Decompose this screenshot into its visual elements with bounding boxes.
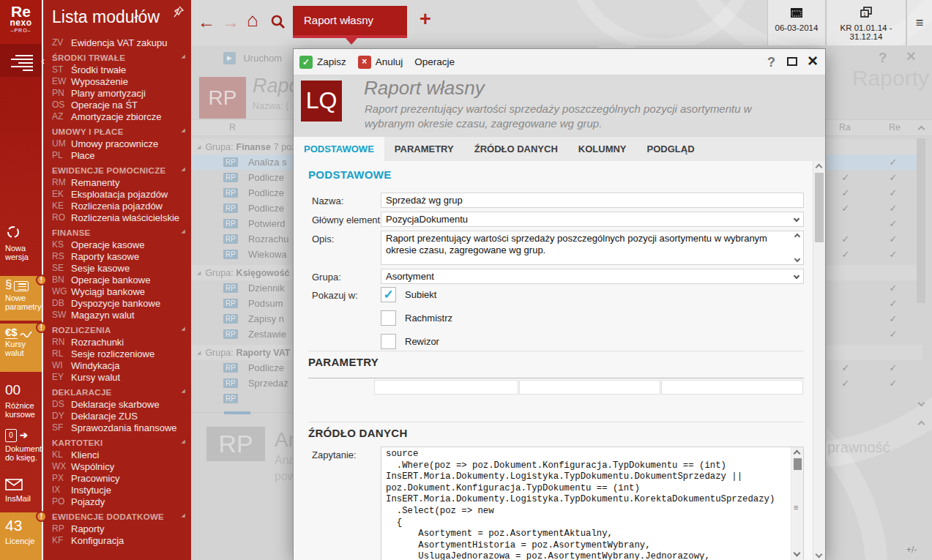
module-item[interactable]: DY Deklaracje ZUS (43, 410, 191, 422)
dialog-tab[interactable]: PODGLĄD (637, 137, 705, 161)
shortcut-nowa-wersja[interactable]: Nowa wersja (0, 220, 42, 271)
module-item[interactable]: KL Klienci (43, 449, 191, 460)
shortcut-licencje[interactable]: ! 43 Licencje (0, 512, 42, 560)
splitter[interactable] (191, 412, 293, 413)
group-expand-icon[interactable]: ◢ (197, 270, 201, 276)
module-item[interactable]: EWIDENCJE POMOCNICZE (43, 165, 191, 176)
module-item[interactable]: WI Windykacja (43, 359, 191, 371)
scroll-up-icon[interactable] (794, 234, 800, 239)
report-row-checks[interactable]: ✓ ✓ (826, 247, 922, 262)
checkbox[interactable] (381, 310, 396, 326)
module-item[interactable]: PL Płace (43, 149, 191, 161)
report-row-checks[interactable]: ✓ ✓ (826, 376, 922, 391)
save-button[interactable]: ✓ Zapisz (299, 56, 346, 69)
module-item[interactable]: EW Wyposażenie (43, 75, 191, 87)
parametry-identyfikator-input[interactable] (374, 380, 518, 395)
operations-menu[interactable]: Operacje (414, 56, 455, 67)
module-item[interactable]: BN Operacje bankowe (43, 274, 191, 285)
report-row[interactable]: ◢ RP Analiza s (191, 154, 293, 170)
new-tab-button[interactable]: + (420, 10, 431, 29)
dialog-tab[interactable]: PARAMETRY (384, 137, 464, 161)
report-row[interactable]: ◢ RP Podlicze (191, 170, 293, 185)
module-item[interactable]: EY Kursy walut (43, 371, 191, 383)
module-item[interactable]: RO Rozliczenia właścicielskie (43, 212, 191, 223)
report-row-checks[interactable]: ✓ ✓ (826, 231, 922, 247)
module-item[interactable]: DS Deklaracje skarbowe (43, 398, 191, 410)
scroll-down-icon[interactable] (794, 550, 801, 557)
dialog-close-button[interactable]: × (808, 51, 818, 71)
report-row-checks[interactable]: ✓ (826, 280, 922, 296)
report-row[interactable]: ◢ RP Podlicze (191, 201, 293, 216)
code-scrollbar[interactable]: ≡ (791, 447, 803, 560)
report-row-checks[interactable]: ✓ ✓ (826, 170, 922, 185)
module-item[interactable]: KS Operacje kasowe (43, 239, 191, 250)
module-item[interactable]: IX Instytucje (43, 484, 191, 496)
shortcut-insmail[interactable]: InsMail (0, 474, 42, 508)
module-item[interactable]: FINANSE (43, 227, 191, 239)
module-item[interactable]: ŚRODKI TRWAŁE (43, 52, 191, 64)
module-item[interactable]: DB Dyspozycje bankowe (43, 297, 191, 309)
scroll-down-icon[interactable] (794, 256, 800, 262)
module-item[interactable]: WX Wspólnicy (43, 460, 191, 472)
column-ra[interactable]: Ra (839, 122, 851, 132)
report-row-checks[interactable]: ✓ ✓ (826, 201, 922, 216)
module-item[interactable]: ZV Ewidencja VAT zakupu (43, 37, 191, 48)
report-row-checks[interactable] (826, 391, 922, 406)
glowny-element-select[interactable]: PozycjaDokumentu (381, 212, 804, 227)
report-row[interactable]: ◢ RP Zapisy n (191, 311, 293, 326)
report-row[interactable]: ◢ RP Wiekowa (191, 247, 293, 262)
dialog-scrollbar-thumb[interactable] (815, 173, 824, 242)
module-list-toggle[interactable]: ‹ (0, 44, 42, 77)
module-item[interactable]: PN Plany amortyzacji (43, 87, 191, 99)
module-item[interactable]: RS Raporty kasowe (43, 250, 191, 262)
report-row-checks[interactable]: ✓ (826, 326, 922, 342)
report-row[interactable]: ◢ Grupa: Księgowość 4 (191, 265, 293, 280)
report-row[interactable]: ◢ Grupa: Finanse 7 poz (191, 139, 293, 154)
search-button[interactable] (270, 14, 286, 34)
scroll-up-icon[interactable] (918, 126, 925, 133)
pin-icon[interactable] (174, 6, 184, 18)
module-item[interactable]: SE Sesje kasowe (43, 262, 191, 274)
report-row-checks[interactable]: ✓ (826, 296, 922, 311)
column-r[interactable]: R (229, 122, 236, 132)
report-row[interactable]: ◢ RP (191, 391, 293, 406)
background-help-icon[interactable]: ? (879, 50, 887, 66)
report-row[interactable]: ◢ RP Dziennik (191, 280, 293, 296)
module-item[interactable]: EK Eksploatacja pojazdów (43, 188, 191, 200)
main-menu-button[interactable]: ≡ (906, 0, 932, 45)
module-item[interactable]: SF Sprawozdania finansowe (43, 422, 191, 433)
report-row-checks[interactable]: ✓ ✓ (826, 360, 922, 376)
scroll-down-icon[interactable] (816, 551, 823, 559)
report-row[interactable]: ◢ RP Podlicze (191, 360, 293, 376)
grupa-select[interactable]: Asortyment (381, 269, 804, 284)
splitter-handle[interactable] (224, 411, 250, 414)
module-item[interactable]: SW Magazyn walut (43, 309, 191, 321)
module-item[interactable]: RN Rozrachunki (43, 336, 191, 348)
module-item[interactable]: RL Sesje rozliczeniowe (43, 348, 191, 359)
parametry-nazwa-input[interactable] (519, 380, 660, 395)
dialog-scrollbar[interactable] (813, 161, 825, 560)
checkbox[interactable]: ✓ (381, 287, 396, 302)
report-row[interactable]: ◢ RP Zestawie (191, 326, 293, 342)
report-row[interactable]: ◢ RP Sprzedaż (191, 376, 293, 391)
back-button[interactable]: ← (198, 12, 215, 31)
report-row-checks[interactable]: ✓ ✓ (826, 185, 922, 201)
module-item[interactable]: ROZLICZENIA (43, 324, 191, 336)
shortcut-kursy-walut[interactable]: ! €$ Kursy walut (0, 322, 42, 372)
plus-minus-control[interactable]: +/- (906, 545, 917, 555)
report-row-checks[interactable]: ✓ (826, 154, 922, 170)
dialog-tab[interactable]: PODSTAWOWE (294, 137, 384, 161)
code-scrollbar-thumb[interactable] (794, 458, 802, 470)
report-row-checks[interactable] (826, 345, 922, 360)
module-item[interactable]: EWIDENCJE DODATKOWE (43, 511, 191, 523)
module-item[interactable]: WG Wyciągi bankowe (43, 285, 191, 297)
module-item[interactable]: RP Raporty (43, 523, 191, 534)
module-item[interactable]: DEKLARACJE (43, 387, 191, 398)
report-row[interactable]: ◢ Grupa: Raporty VAT 9 (191, 345, 293, 360)
bottom-scroll-up-icon[interactable] (918, 421, 925, 428)
report-row[interactable]: ◢ RP Potwierd (191, 216, 293, 231)
shortcut-dokument-do-ksieg[interactable]: 0➔ Dokument do księg. (0, 425, 42, 467)
report-row[interactable]: ◢ RP Podlicze (191, 185, 293, 201)
report-row[interactable]: ◢ RP Podsum (191, 296, 293, 311)
dialog-tab[interactable]: ŹRÓDŁO DANYCH (464, 137, 568, 161)
